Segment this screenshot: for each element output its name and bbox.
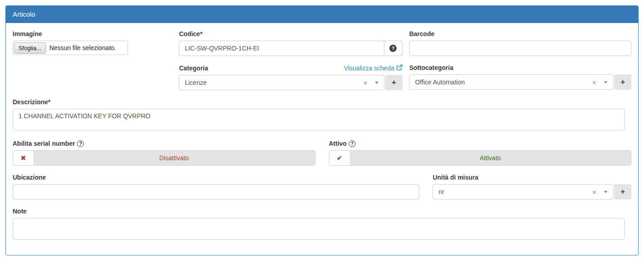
- add-unita-di-misura-button[interactable]: +: [614, 184, 631, 199]
- immagine-file-input[interactable]: Sfoglia... Nessun file selezionato.: [13, 41, 128, 55]
- abilita-serial-number-label: Abilita serial number?: [13, 140, 315, 147]
- attivo-toggle[interactable]: ✔ Attivato: [329, 150, 632, 166]
- categoria-select[interactable]: Licenze ×: [179, 75, 384, 90]
- unita-di-misura-label: Unità di misura: [433, 174, 631, 181]
- descrizione-textarea[interactable]: 1 CHANNEL ACTIVATION KEY FOR QVRPRO: [13, 109, 625, 130]
- panel-title: Articolo: [6, 6, 638, 23]
- check-icon: ✔: [329, 151, 350, 165]
- caret-down-icon: [604, 81, 607, 83]
- panel-body: Immagine Sfoglia... Nessun file selezion…: [6, 23, 638, 250]
- file-status-text: Nessun file selezionato.: [50, 44, 116, 51]
- sottocategoria-select-group: Office Automation × +: [409, 74, 631, 90]
- unita-di-misura-select-group: nr × +: [433, 184, 631, 199]
- codice-input[interactable]: [179, 41, 384, 56]
- row-note: Note: [13, 208, 631, 241]
- note-label: Note: [13, 208, 625, 215]
- question-circle-icon: ?: [389, 45, 397, 52]
- cross-icon: ✖: [13, 151, 33, 165]
- clear-selection-icon[interactable]: ×: [592, 189, 596, 195]
- note-textarea[interactable]: [13, 218, 625, 240]
- codice-help-addon[interactable]: ?: [384, 41, 402, 56]
- codice-label: Codice*: [179, 30, 402, 37]
- categoria-selected-value: Licenze: [185, 79, 363, 86]
- attivo-state: Attivato: [350, 151, 631, 165]
- add-sottocategoria-button[interactable]: +: [614, 74, 631, 90]
- clear-selection-icon[interactable]: ×: [363, 79, 367, 86]
- help-circle-icon: ?: [77, 140, 84, 147]
- row-categoria-sottocategoria: Categoria Visualizza scheda: [13, 64, 631, 90]
- codice-input-group: ?: [179, 41, 402, 56]
- attivo-label: Attivo?: [329, 140, 632, 147]
- immagine-label: Immagine: [13, 30, 165, 37]
- articolo-panel: Articolo Immagine Sfoglia... Nessun file…: [5, 5, 639, 255]
- row-descrizione: Descrizione* 1 CHANNEL ACTIVATION KEY FO…: [13, 98, 631, 132]
- row-immagine-codice-barcode: Immagine Sfoglia... Nessun file selezion…: [13, 30, 631, 56]
- descrizione-label: Descrizione*: [13, 98, 625, 106]
- barcode-input[interactable]: [409, 41, 631, 56]
- sottocategoria-selected-value: Office Automation: [415, 79, 592, 86]
- add-categoria-button[interactable]: +: [385, 75, 402, 90]
- sottocategoria-label: Sottocategoria: [409, 64, 631, 71]
- visualizza-scheda-label: Visualizza scheda: [344, 65, 394, 72]
- sottocategoria-select[interactable]: Office Automation ×: [409, 74, 613, 90]
- clear-selection-icon[interactable]: ×: [592, 79, 596, 86]
- caret-down-icon: [604, 191, 607, 193]
- row-toggles: Abilita serial number? ✖ Disattivato Att…: [13, 140, 631, 166]
- categoria-select-group: Licenze × +: [179, 75, 402, 90]
- visualizza-scheda-link[interactable]: Visualizza scheda: [344, 64, 402, 72]
- row-ubicazione-unita: Ubicazione Unità di misura nr × +: [13, 174, 631, 199]
- help-circle-icon: ?: [349, 140, 356, 147]
- ubicazione-input[interactable]: [13, 184, 419, 199]
- external-link-icon: [397, 65, 402, 72]
- abilita-serial-number-state: Disattivato: [33, 151, 315, 165]
- caret-down-icon: [375, 82, 379, 84]
- spacer-col: [13, 64, 172, 90]
- unita-di-misura-select[interactable]: nr ×: [433, 184, 613, 199]
- barcode-label: Barcode: [409, 30, 631, 37]
- ubicazione-label: Ubicazione: [13, 174, 419, 181]
- sfoglia-button[interactable]: Sfoglia...: [14, 42, 46, 54]
- categoria-label: Categoria: [179, 65, 208, 72]
- abilita-serial-number-toggle[interactable]: ✖ Disattivato: [13, 150, 315, 166]
- unita-di-misura-selected-value: nr: [438, 188, 592, 195]
